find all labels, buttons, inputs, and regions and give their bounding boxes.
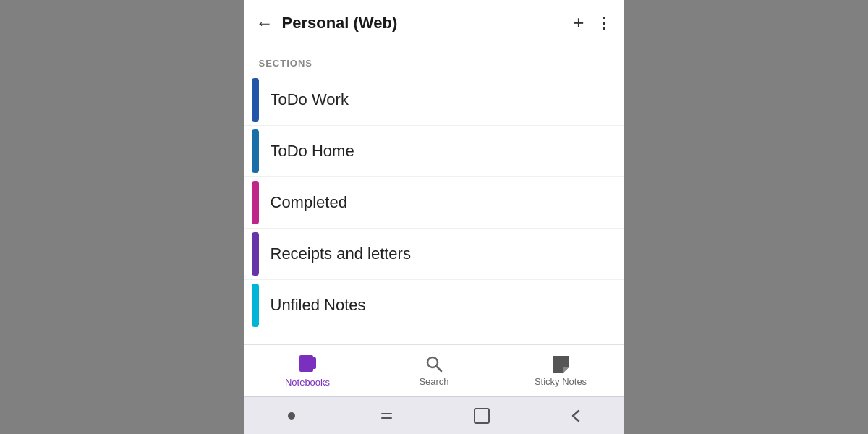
back-button[interactable]: ←: [256, 14, 273, 32]
notebooks-icon: [297, 354, 318, 377]
nav-item-sticky-notes[interactable]: Sticky Notes: [498, 345, 624, 396]
recents-icon: [378, 408, 394, 424]
section-name-todo-home: ToDo Home: [259, 142, 366, 161]
svg-rect-1: [312, 357, 316, 369]
section-item-unfiled[interactable]: Unfiled Notes: [244, 280, 624, 331]
back-arrow-icon: [569, 408, 584, 424]
section-tab-completed: [252, 181, 259, 224]
bottom-nav: Notebooks Search Sticky Notes: [244, 344, 624, 396]
search-icon: [425, 354, 443, 376]
section-tab-unfiled: [252, 284, 259, 327]
svg-marker-5: [563, 367, 569, 373]
nav-item-notebooks[interactable]: Notebooks: [244, 345, 371, 396]
sections-label: SECTIONS: [244, 46, 624, 75]
section-item-receipts[interactable]: Receipts and letters: [244, 229, 624, 280]
page-title: Personal (Web): [282, 14, 574, 33]
header: ← Personal (Web) + ⋮: [244, 0, 624, 46]
nav-label-notebooks: Notebooks: [285, 377, 330, 388]
section-item-completed[interactable]: Completed: [244, 177, 624, 229]
section-tab-todo-home: [252, 129, 259, 173]
section-name-todo-work: ToDo Work: [259, 90, 360, 109]
sticky-notes-icon: [551, 354, 570, 376]
section-name-receipts: Receipts and letters: [259, 244, 422, 263]
system-home-button[interactable]: [466, 400, 498, 432]
recents-square-icon: [474, 408, 490, 424]
phone-panel: ← Personal (Web) + ⋮ SECTIONS ToDo WorkT…: [244, 0, 624, 434]
section-name-unfiled: Unfiled Notes: [259, 296, 378, 315]
add-button[interactable]: +: [573, 12, 584, 34]
system-recents-button[interactable]: [370, 400, 402, 432]
svg-marker-4: [553, 356, 569, 373]
svg-rect-0: [299, 355, 313, 372]
background-left: [0, 0, 244, 434]
section-name-completed: Completed: [259, 193, 359, 212]
section-item-todo-home[interactable]: ToDo Home: [244, 126, 624, 177]
section-tab-receipts: [252, 232, 259, 276]
system-back-button[interactable]: [561, 400, 592, 432]
section-tab-todo-work: [252, 78, 259, 122]
menu-button[interactable]: ⋮: [596, 14, 613, 33]
sections-list: ToDo WorkToDo HomeCompletedReceipts and …: [244, 75, 624, 344]
system-bar: [244, 396, 624, 434]
background-right: [624, 0, 869, 434]
nav-item-search[interactable]: Search: [371, 345, 498, 396]
svg-line-3: [437, 367, 442, 372]
home-dot-icon: [288, 412, 295, 420]
system-dot-button[interactable]: [276, 400, 307, 432]
nav-label-sticky-notes: Sticky Notes: [535, 376, 587, 387]
nav-label-search: Search: [419, 376, 448, 387]
section-item-todo-work[interactable]: ToDo Work: [244, 75, 624, 126]
